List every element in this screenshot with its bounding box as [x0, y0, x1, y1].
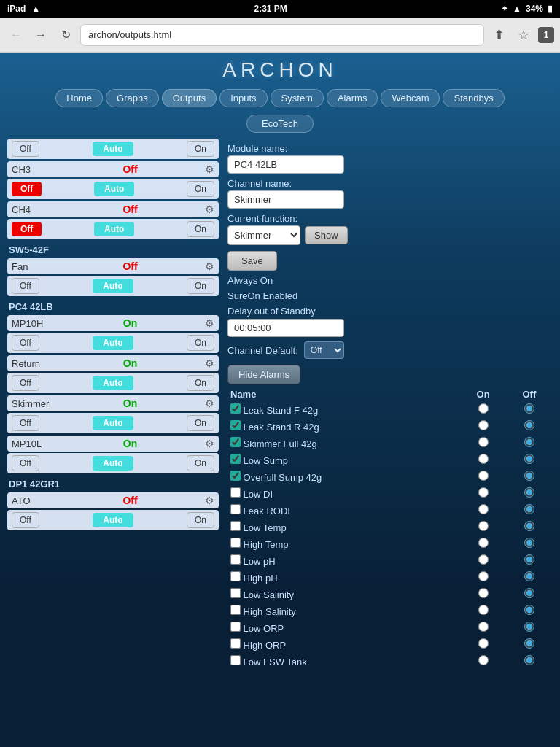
skimmer-auto-button[interactable]: Auto	[93, 416, 133, 430]
alarm-checkbox[interactable]	[230, 554, 241, 565]
alarm-checkbox[interactable]	[230, 403, 241, 414]
alarm-off-radio[interactable]	[524, 471, 534, 481]
alarm-on-radio[interactable]	[478, 403, 489, 414]
fan-on-button[interactable]: On	[187, 278, 214, 294]
mp10h-auto-button[interactable]: Auto	[93, 336, 133, 350]
alarm-on-radio[interactable]	[478, 605, 489, 615]
tab-home[interactable]: Home	[55, 89, 103, 107]
alarm-checkbox[interactable]	[230, 487, 241, 498]
bookmark-icon[interactable]: ☆	[513, 27, 534, 43]
alarm-on-radio[interactable]	[478, 571, 489, 581]
alarm-checkbox[interactable]	[230, 588, 241, 598]
alarm-on-radio[interactable]	[478, 420, 489, 430]
fan-auto-button[interactable]: Auto	[93, 279, 133, 293]
ch3-gear-icon[interactable]: ⚙	[205, 163, 214, 175]
alarm-off-radio[interactable]	[524, 538, 534, 548]
channel-default-select[interactable]: Off On Auto	[304, 341, 344, 359]
alarm-checkbox[interactable]	[230, 454, 241, 464]
alarm-on-radio[interactable]	[478, 622, 489, 632]
channel-name-input[interactable]	[228, 190, 344, 209]
mp10l-on-button[interactable]: On	[187, 455, 214, 471]
hide-alarms-button[interactable]: Hide Alarms	[228, 365, 300, 384]
ato-on-button[interactable]: On	[187, 512, 214, 528]
return-off-button[interactable]: Off	[12, 375, 39, 391]
skimmer-gear-icon[interactable]: ⚙	[205, 398, 214, 409]
ecotech-button[interactable]: EcoTech	[246, 115, 314, 133]
alarm-on-radio[interactable]	[478, 554, 489, 565]
alarm-checkbox[interactable]	[230, 622, 241, 632]
tab-system[interactable]: System	[271, 89, 324, 107]
alarm-off-radio[interactable]	[524, 454, 534, 464]
skimmer-off-button[interactable]: Off	[12, 415, 39, 431]
alarm-off-radio[interactable]	[524, 554, 534, 565]
alarm-on-radio[interactable]	[478, 588, 489, 598]
mp10l-gear-icon[interactable]: ⚙	[205, 438, 214, 449]
tab-graphs[interactable]: Graphs	[106, 89, 159, 107]
ato-gear-icon[interactable]: ⚙	[205, 495, 214, 506]
alarm-on-radio[interactable]	[478, 504, 489, 514]
module-name-input[interactable]	[228, 155, 344, 174]
alarm-off-radio[interactable]	[524, 403, 534, 414]
alarm-off-radio[interactable]	[524, 487, 534, 498]
alarm-off-radio[interactable]	[524, 638, 534, 649]
alarm-on-radio[interactable]	[478, 437, 489, 447]
tab-webcam[interactable]: Webcam	[381, 89, 440, 107]
alarm-checkbox[interactable]	[230, 638, 241, 649]
alarm-off-radio[interactable]	[524, 504, 534, 514]
fan-gear-icon[interactable]: ⚙	[205, 260, 214, 272]
auto-button[interactable]: Auto	[93, 142, 133, 156]
alarm-on-radio[interactable]	[478, 638, 489, 649]
mp10h-gear-icon[interactable]: ⚙	[205, 317, 214, 329]
mp10l-auto-button[interactable]: Auto	[93, 456, 133, 471]
return-on-button[interactable]: On	[187, 375, 214, 391]
ato-auto-button[interactable]: Auto	[93, 513, 133, 527]
fan-off-button[interactable]: Off	[12, 278, 39, 294]
delay-time-input[interactable]	[228, 319, 344, 337]
ch4-gear-icon[interactable]: ⚙	[205, 204, 214, 215]
alarm-off-radio[interactable]	[524, 521, 534, 531]
return-auto-button[interactable]: Auto	[93, 376, 133, 390]
ch3-auto-button[interactable]: Auto	[94, 182, 134, 196]
alarm-off-radio[interactable]	[524, 588, 534, 598]
alarm-checkbox[interactable]	[230, 605, 241, 615]
ch4-on-button[interactable]: On	[187, 221, 214, 237]
return-gear-icon[interactable]: ⚙	[205, 357, 214, 369]
forward-button[interactable]: →	[31, 25, 51, 45]
mp10h-off-button[interactable]: Off	[12, 335, 39, 351]
ch4-off-button[interactable]: Off	[12, 222, 42, 236]
alarm-checkbox[interactable]	[230, 420, 241, 430]
function-select[interactable]: Skimmer Return MP10H MP10L Fan ATO	[228, 225, 300, 245]
ch4-auto-button[interactable]: Auto	[94, 222, 134, 236]
alarm-checkbox[interactable]	[230, 538, 241, 548]
alarm-checkbox[interactable]	[230, 437, 241, 447]
address-bar[interactable]: archon/outputs.html	[80, 24, 484, 46]
alarm-off-radio[interactable]	[524, 437, 534, 447]
alarm-off-radio[interactable]	[524, 622, 534, 632]
ch3-off-button[interactable]: Off	[12, 182, 42, 196]
show-button[interactable]: Show	[305, 226, 348, 244]
alarm-on-radio[interactable]	[478, 521, 489, 531]
alarm-checkbox[interactable]	[230, 504, 241, 514]
alarm-off-radio[interactable]	[524, 655, 534, 665]
alarm-on-radio[interactable]	[478, 471, 489, 481]
share-icon[interactable]: ⬆	[489, 27, 509, 43]
alarm-checkbox[interactable]	[230, 571, 241, 581]
tab-outputs[interactable]: Outputs	[162, 89, 217, 107]
save-button[interactable]: Save	[228, 251, 277, 271]
alarm-on-radio[interactable]	[478, 454, 489, 464]
ch3-on-button[interactable]: On	[187, 181, 214, 197]
alarm-on-radio[interactable]	[478, 487, 489, 498]
tab-standbys[interactable]: Standbys	[443, 89, 504, 107]
alarm-checkbox[interactable]	[230, 521, 241, 531]
alarm-off-radio[interactable]	[524, 420, 534, 430]
alarm-checkbox[interactable]	[230, 655, 241, 665]
alarm-off-radio[interactable]	[524, 605, 534, 615]
tab-inputs[interactable]: Inputs	[219, 89, 267, 107]
tab-alarms[interactable]: Alarms	[327, 89, 378, 107]
reload-button[interactable]: ↻	[55, 25, 76, 45]
back-button[interactable]: ←	[6, 25, 26, 45]
alarm-off-radio[interactable]	[524, 571, 534, 581]
mp10h-on-button[interactable]: On	[187, 335, 214, 351]
alarm-on-radio[interactable]	[478, 538, 489, 548]
tab-count[interactable]: 1	[538, 27, 554, 43]
